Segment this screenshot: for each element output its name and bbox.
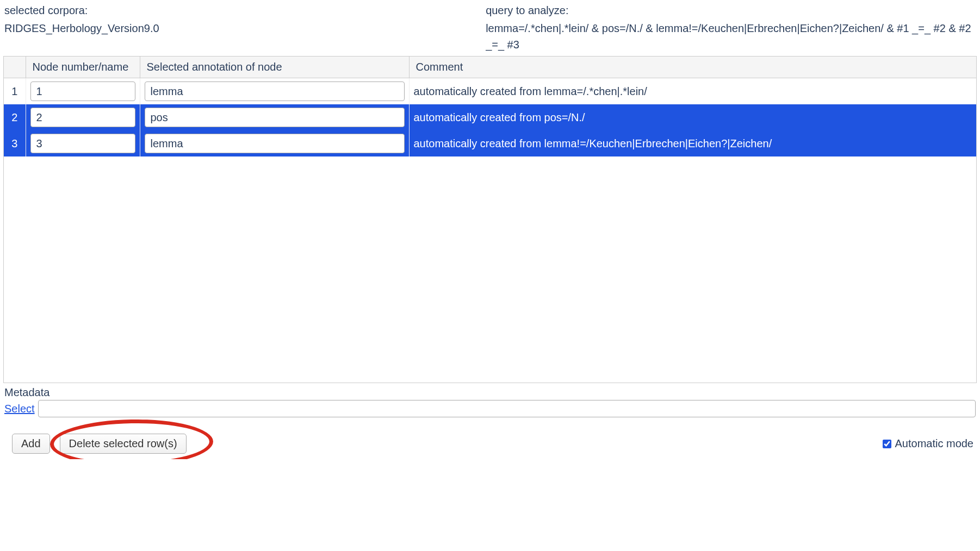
query-label: query to analyze:	[486, 4, 976, 17]
column-header-node[interactable]: Node number/name	[26, 57, 140, 78]
row-index: 3	[4, 130, 26, 156]
automatic-mode-label[interactable]: Automatic mode	[895, 437, 973, 450]
row-index: 1	[4, 78, 26, 104]
node-table: Node number/name Selected annotation of …	[3, 56, 977, 383]
row-index: 2	[4, 104, 26, 130]
node-number-input[interactable]	[30, 134, 135, 153]
comment-cell: automatically created from lemma=/.*chen…	[409, 78, 976, 104]
delete-selected-button[interactable]: Delete selected row(s)	[60, 434, 187, 454]
node-number-input[interactable]	[30, 108, 135, 127]
query-value: lemma=/.*chen|.*lein/ & pos=/N./ & lemma…	[486, 20, 976, 53]
column-header-annotation[interactable]: Selected annotation of node	[140, 57, 409, 78]
add-button[interactable]: Add	[12, 434, 50, 454]
metadata-input[interactable]	[38, 400, 976, 417]
node-number-input[interactable]	[30, 82, 135, 101]
annotation-input[interactable]	[145, 82, 405, 101]
annotation-input[interactable]	[145, 134, 405, 153]
table-row[interactable]: 3automatically created from lemma!=/Keuc…	[4, 130, 976, 156]
column-header-index	[4, 57, 26, 78]
table-row[interactable]: 1automatically created from lemma=/.*che…	[4, 78, 976, 104]
selected-corpora-label: selected corpora:	[4, 4, 475, 17]
column-header-comment[interactable]: Comment	[409, 57, 976, 78]
table-row[interactable]: 2automatically created from pos=/N./	[4, 104, 976, 130]
automatic-mode-checkbox[interactable]	[883, 440, 891, 448]
selected-corpora-value: RIDGES_Herbology_Version9.0	[4, 20, 475, 36]
comment-cell: automatically created from lemma!=/Keuch…	[409, 130, 976, 156]
annotation-input[interactable]	[145, 108, 405, 127]
comment-cell: automatically created from pos=/N./	[409, 104, 976, 130]
metadata-select-link[interactable]: Select	[4, 403, 35, 415]
metadata-label: Metadata	[4, 386, 976, 399]
